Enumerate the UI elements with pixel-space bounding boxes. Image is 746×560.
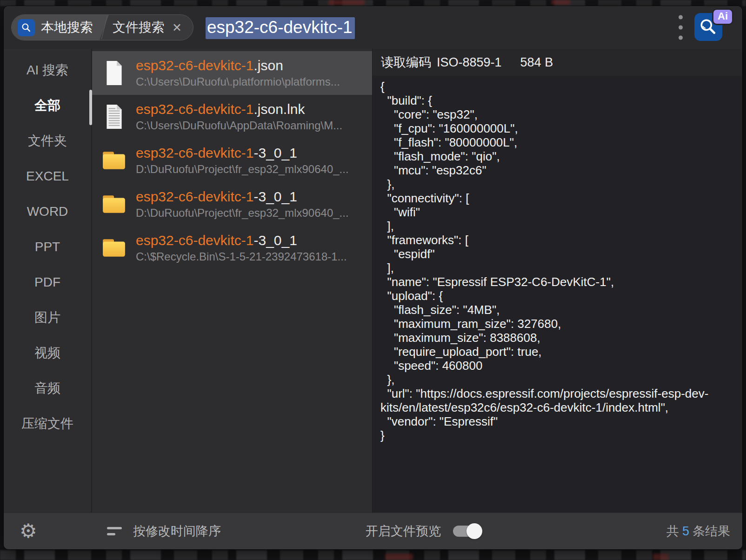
sidebar-nav: AI 搜索全部文件夹EXCELWORDPPTPDF图片视频音频压缩文件	[4, 53, 91, 441]
folder-icon	[101, 148, 127, 173]
sidebar-scrollbar[interactable]	[89, 90, 92, 125]
result-path: C:\$Recycle.Bin\S-1-5-21-2392473618-1...	[136, 250, 347, 263]
blank-document-icon	[103, 60, 125, 86]
file-size: 584 B	[520, 55, 553, 70]
sidebar-item[interactable]: EXCEL	[4, 159, 91, 194]
result-name: esp32-c6-devkitc-1-3_0_1	[136, 145, 349, 161]
sidebar-item[interactable]: 全部	[4, 88, 91, 123]
window-body: AI 搜索全部文件夹EXCELWORDPPTPDF图片视频音频压缩文件 esp3…	[4, 49, 742, 513]
folder-icon	[101, 235, 127, 260]
result-row[interactable]: esp32-c6-devkitc-1-3_0_1D:\DuRuofu\Proje…	[92, 139, 372, 182]
background-artifact	[653, 553, 669, 560]
sort-order-control[interactable]: 按修改时间降序	[107, 523, 221, 540]
result-path: D:\DuRuofu\Project\fr_esp32_mlx90640_...	[136, 163, 349, 176]
encoding-value: ISO-8859-1	[437, 55, 502, 70]
sidebar-item[interactable]: PDF	[4, 265, 91, 300]
search-query-selected-text: esp32-c6-devkitc-1	[206, 17, 355, 39]
sort-label: 按修改时间降序	[133, 523, 221, 540]
preview-toggle-label: 开启文件预览	[366, 523, 441, 540]
results-count: 共5条结果	[666, 523, 730, 540]
close-icon[interactable]: ✕	[172, 22, 182, 33]
sort-descending-icon	[107, 527, 122, 535]
result-name: esp32-c6-devkitc-1.json	[136, 58, 340, 74]
background-artifact	[385, 553, 413, 560]
text-document-icon	[103, 104, 125, 129]
sidebar-item[interactable]: PPT	[4, 229, 91, 265]
result-row[interactable]: esp32-c6-devkitc-1-3_0_1D:\DuRuofu\Proje…	[92, 182, 372, 226]
preview-toggle-switch[interactable]	[453, 526, 479, 537]
sidebar-item[interactable]: 文件夹	[4, 123, 91, 159]
background-artifact	[552, 0, 570, 5]
background-artifact	[0, 0, 746, 6]
result-path: D:\DuRuofu\Project\fr_esp32_mlx90640_...	[136, 207, 349, 220]
results-count-number: 5	[679, 524, 693, 538]
result-path: C:\Users\DuRuofu\.platformio\platforms..…	[136, 75, 340, 88]
result-name: esp32-c6-devkitc-1-3_0_1	[136, 189, 349, 205]
file-lines-icon	[101, 104, 127, 129]
search-input[interactable]: esp32-c6-devkitc-1	[206, 18, 355, 37]
result-path: C:\Users\DuRuofu\AppData\Roaming\M...	[136, 119, 342, 132]
results-prefix: 共	[666, 524, 679, 538]
file-search-label: 文件搜索	[113, 19, 165, 36]
result-row[interactable]: esp32-c6-devkitc-1.jsonC:\Users\DuRuofu\…	[92, 51, 372, 95]
results-list: esp32-c6-devkitc-1.jsonC:\Users\DuRuofu\…	[92, 49, 372, 513]
search-scope-pill[interactable]: 本地搜索 文件搜索 ✕	[11, 14, 193, 40]
result-row[interactable]: esp32-c6-devkitc-1.json.lnkC:\Users\DuRu…	[92, 95, 372, 139]
settings-gear-icon[interactable]: ⚙	[20, 521, 37, 541]
folder-icon	[101, 237, 127, 259]
folder-icon	[101, 192, 127, 217]
file-blank-icon	[101, 60, 127, 86]
folder-icon	[101, 150, 127, 171]
result-name: esp32-c6-devkitc-1-3_0_1	[136, 233, 347, 249]
ai-badge: Ai	[712, 8, 733, 25]
sidebar-item[interactable]: AI 搜索	[4, 53, 91, 88]
preview-header: 读取编码 ISO-8859-1 584 B	[373, 49, 742, 76]
file-preview-panel: 读取编码 ISO-8859-1 584 B { "build": { "core…	[372, 49, 742, 513]
file-preview-toggle-group: 开启文件预览	[366, 523, 479, 540]
result-name: esp32-c6-devkitc-1.json.lnk	[136, 101, 342, 118]
file-content-preview[interactable]: { "build": { "core": "esp32", "f_cpu": "…	[373, 76, 742, 513]
encoding-label: 读取编码	[381, 54, 431, 71]
folder-icon	[101, 193, 127, 215]
file-search-filter-tab[interactable]: 文件搜索 ✕	[100, 15, 193, 40]
results-suffix: 条结果	[693, 524, 730, 538]
background-artifact	[328, 0, 365, 5]
result-row[interactable]: esp32-c6-devkitc-1-3_0_1C:\$Recycle.Bin\…	[92, 226, 372, 270]
background-artifact	[0, 550, 746, 560]
more-options-button[interactable]	[676, 13, 686, 43]
local-search-label: 本地搜索	[41, 19, 93, 36]
search-app-window: 本地搜索 文件搜索 ✕ esp32-c6-devkitc-1 Ai AI 搜索全…	[4, 6, 742, 549]
toggle-knob	[466, 523, 482, 539]
sidebar-item[interactable]: 音频	[4, 371, 91, 406]
search-icon	[18, 19, 35, 36]
status-bar: ⚙ 按修改时间降序 开启文件预览 共5条结果	[4, 513, 742, 549]
local-search-segment[interactable]: 本地搜索	[12, 15, 109, 40]
sidebar-item[interactable]: WORD	[4, 194, 91, 229]
sidebar-item[interactable]: 视频	[4, 335, 91, 371]
sidebar-item[interactable]: 图片	[4, 300, 91, 335]
sidebar-item[interactable]: 压缩文件	[4, 406, 91, 441]
search-topbar: 本地搜索 文件搜索 ✕ esp32-c6-devkitc-1 Ai	[4, 6, 742, 49]
category-sidebar: AI 搜索全部文件夹EXCELWORDPPTPDF图片视频音频压缩文件	[4, 49, 92, 513]
ai-search-button[interactable]: Ai	[694, 13, 722, 41]
